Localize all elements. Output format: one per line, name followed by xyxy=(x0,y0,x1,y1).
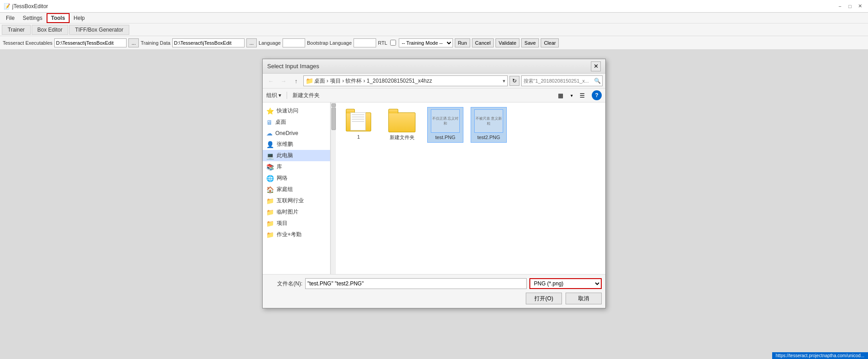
sidebar-container: ⭐ 快速访问 🖥 桌面 ☁ OneDrive 👤 xyxy=(263,103,336,274)
file-label: 新建文件夹 xyxy=(390,134,415,141)
view-list-button[interactable]: ☰ xyxy=(576,90,588,100)
dialog-title: Select Input Images xyxy=(267,63,319,70)
sidebar-item-label: OneDrive xyxy=(275,130,298,136)
view-dropdown-button[interactable]: ▾ xyxy=(567,90,576,100)
sidebar-item-network[interactable]: 🌐 网络 xyxy=(263,173,330,184)
footer-action-row: 打开(O) 取消 xyxy=(266,293,602,304)
menu-file[interactable]: File xyxy=(2,14,19,23)
app-title: jTessBoxEditor xyxy=(12,3,48,9)
view-buttons: ▦ ▾ ☰ xyxy=(555,90,588,100)
training-data-browse-btn[interactable]: ... xyxy=(246,38,257,47)
sidebar-item-homework[interactable]: 📁 作业+考勤 xyxy=(263,229,330,240)
menu-help[interactable]: Help xyxy=(70,14,89,23)
tab-box-editor[interactable]: Box Editor xyxy=(32,25,68,35)
tesseract-input[interactable] xyxy=(54,38,127,47)
sidebar-item-label: 张维鹏 xyxy=(277,140,293,148)
file-item-folder-new[interactable]: 新建文件夹 xyxy=(384,107,420,143)
file-item-folder-1[interactable]: 1 xyxy=(340,107,377,143)
menu-bar: File Settings Tools Help xyxy=(0,13,868,23)
training-data-label: Training Data xyxy=(141,40,170,46)
sidebar-item-onedrive[interactable]: ☁ OneDrive xyxy=(263,128,330,139)
file-item-test-png[interactable]: 不仅正洒 忘义对和 test.PNG xyxy=(427,107,463,143)
sidebar-item-this-pc[interactable]: 💻 此电脑 xyxy=(263,150,330,161)
tesseract-label: Tesseract Executables xyxy=(3,40,52,46)
png-preview-text-2: 不被尺喜 意义新粒 xyxy=(475,116,503,126)
sidebar-item-temp-images[interactable]: 📁 临时图片 xyxy=(263,206,330,218)
sidebar-item-projects[interactable]: 📁 项目 xyxy=(263,218,330,229)
folder-with-content-icon xyxy=(344,109,373,132)
organize-button[interactable]: 组织 ▾ xyxy=(266,92,281,99)
sidebar-item-internet[interactable]: 📁 互联网行业 xyxy=(263,195,330,206)
cloud-icon: ☁ xyxy=(266,130,273,137)
main-area: Select Input Images ✕ ← → ↑ 📁 桌面 › 项目 › … xyxy=(0,50,868,359)
sidebar-item-label: 作业+考勤 xyxy=(277,231,302,238)
filename-input[interactable] xyxy=(305,278,527,289)
search-container: 🔍 xyxy=(521,75,603,86)
open-button[interactable]: 打开(O) xyxy=(526,293,562,304)
sidebar-item-label: 快速访问 xyxy=(277,107,298,115)
nav-refresh-button[interactable]: ↻ xyxy=(509,76,519,86)
sidebar-item-home-group[interactable]: 🏠 家庭组 xyxy=(263,184,330,195)
cancel-button[interactable]: Cancel xyxy=(472,38,494,47)
maximize-button[interactable]: □ xyxy=(845,2,854,10)
png-preview-text: 不仅正洒 忘义对和 xyxy=(431,116,459,126)
sidebar-item-label: 网络 xyxy=(277,174,288,182)
library-icon: 📚 xyxy=(266,163,274,171)
new-folder-button[interactable]: 新建文件夹 xyxy=(292,92,320,99)
view-tiles-button[interactable]: ▦ xyxy=(555,90,566,100)
sidebar-scrollbar[interactable] xyxy=(330,103,336,274)
file-toolbar: 组织 ▾ 新建文件夹 ▦ ▾ ☰ ? xyxy=(263,89,605,103)
file-label: test2.PNG xyxy=(477,135,500,140)
help-button[interactable]: ? xyxy=(592,90,602,100)
search-button[interactable]: 🔍 xyxy=(592,76,602,86)
nav-back-button[interactable]: ← xyxy=(265,76,276,86)
sidebar-item-label: 临时图片 xyxy=(277,208,298,216)
save-button[interactable]: Save xyxy=(521,38,539,47)
language-label: Language xyxy=(259,40,281,46)
sidebar-item-desktop[interactable]: 🖥 桌面 xyxy=(263,117,330,128)
status-url: https://tesseract.projectnaptha.com/unic… xyxy=(776,353,864,358)
minimize-button[interactable]: − xyxy=(835,2,844,10)
bootstrap-language-input[interactable] xyxy=(354,38,376,47)
file-label: 1 xyxy=(357,134,360,140)
sidebar-item-zhangweipeng[interactable]: 👤 张维鹏 xyxy=(263,139,330,150)
dialog: Select Input Images ✕ ← → ↑ 📁 桌面 › 项目 › … xyxy=(262,59,606,308)
menu-settings[interactable]: Settings xyxy=(19,14,46,23)
png-file-icon: 不仅正洒 忘义对和 xyxy=(431,109,460,133)
footer-row-filename: 文件名(N): PNG (*.png) All Files (*.*) xyxy=(266,278,602,289)
file-label: test.PNG xyxy=(435,135,456,140)
language-input[interactable] xyxy=(283,38,305,47)
training-data-input[interactable] xyxy=(172,38,245,47)
clear-button[interactable]: Clear xyxy=(541,38,559,47)
sidebar-item-library[interactable]: 📚 库 xyxy=(263,161,330,173)
nav-folder-icon: 📁 xyxy=(306,77,313,84)
validate-button[interactable]: Validate xyxy=(495,38,519,47)
nav-path-container[interactable]: 📁 桌面 › 项目 › 软件杯 › 1_20180208150251_x4hzz… xyxy=(303,75,508,86)
tesseract-browse-btn[interactable]: ... xyxy=(128,38,139,47)
run-button[interactable]: Run xyxy=(455,38,470,47)
network-icon: 🌐 xyxy=(266,175,274,182)
rtl-label: RTL xyxy=(378,40,387,46)
file-item-test2-png[interactable]: 不被尺喜 意义新粒 test2.PNG xyxy=(471,107,507,143)
dialog-close-button[interactable]: ✕ xyxy=(591,61,601,71)
star-icon: ⭐ xyxy=(266,107,274,115)
folder-icon xyxy=(387,109,416,132)
rtl-checkbox[interactable] xyxy=(390,40,396,46)
tab-trainer[interactable]: Trainer xyxy=(2,25,31,35)
filetype-select[interactable]: PNG (*.png) All Files (*.*) xyxy=(529,278,602,289)
dialog-overlay: Select Input Images ✕ ← → ↑ 📁 桌面 › 项目 › … xyxy=(0,50,868,359)
folder-icon-homework: 📁 xyxy=(266,231,274,238)
search-input[interactable] xyxy=(522,78,592,84)
training-mode-select[interactable]: -- Training Mode -- xyxy=(399,38,453,47)
sidebar-item-quick-access[interactable]: ⭐ 快速访问 xyxy=(263,105,330,117)
footer-cancel-button[interactable]: 取消 xyxy=(566,293,602,304)
nav-forward-button[interactable]: → xyxy=(278,76,289,86)
close-button[interactable]: ✕ xyxy=(855,2,864,10)
bootstrap-language-label: Bootstrap Language xyxy=(307,40,352,46)
nav-up-button[interactable]: ↑ xyxy=(291,76,302,86)
dialog-footer: 文件名(N): PNG (*.png) All Files (*.*) 打开(O… xyxy=(263,274,605,308)
tab-tiff-box-generator[interactable]: TIFF/Box Generator xyxy=(69,25,129,35)
computer-icon: 💻 xyxy=(266,152,274,159)
menu-tools[interactable]: Tools xyxy=(47,13,70,23)
nav-path-dropdown-icon: ▾ xyxy=(503,78,505,84)
